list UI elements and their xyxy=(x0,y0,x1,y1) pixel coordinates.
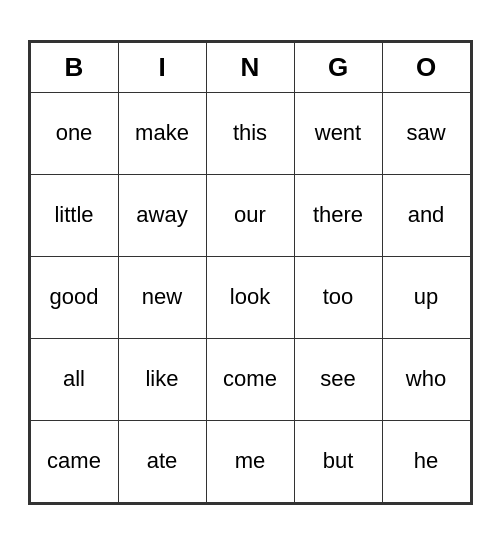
table-cell: one xyxy=(30,92,118,174)
table-row: littleawayourthereand xyxy=(30,174,470,256)
table-cell: came xyxy=(30,420,118,502)
table-cell: look xyxy=(206,256,294,338)
table-cell: too xyxy=(294,256,382,338)
table-cell: our xyxy=(206,174,294,256)
table-cell: up xyxy=(382,256,470,338)
table-cell: this xyxy=(206,92,294,174)
table-cell: good xyxy=(30,256,118,338)
header-o: O xyxy=(382,42,470,92)
table-row: onemakethiswentsaw xyxy=(30,92,470,174)
table-cell: me xyxy=(206,420,294,502)
table-cell: away xyxy=(118,174,206,256)
table-cell: saw xyxy=(382,92,470,174)
table-cell: make xyxy=(118,92,206,174)
table-cell: went xyxy=(294,92,382,174)
table-row: alllikecomeseewho xyxy=(30,338,470,420)
header-n: N xyxy=(206,42,294,92)
bingo-card: B I N G O onemakethiswentsawlittleawayou… xyxy=(28,40,473,505)
table-cell: he xyxy=(382,420,470,502)
header-i: I xyxy=(118,42,206,92)
table-cell: ate xyxy=(118,420,206,502)
header-row: B I N G O xyxy=(30,42,470,92)
header-g: G xyxy=(294,42,382,92)
table-cell: like xyxy=(118,338,206,420)
table-cell: and xyxy=(382,174,470,256)
header-b: B xyxy=(30,42,118,92)
table-cell: see xyxy=(294,338,382,420)
table-row: cameatemebuthe xyxy=(30,420,470,502)
table-cell: there xyxy=(294,174,382,256)
table-cell: who xyxy=(382,338,470,420)
table-row: goodnewlooktooup xyxy=(30,256,470,338)
table-cell: all xyxy=(30,338,118,420)
table-cell: new xyxy=(118,256,206,338)
table-cell: but xyxy=(294,420,382,502)
bingo-body: onemakethiswentsawlittleawayourthereandg… xyxy=(30,92,470,502)
table-cell: little xyxy=(30,174,118,256)
bingo-table: B I N G O onemakethiswentsawlittleawayou… xyxy=(30,42,471,503)
table-cell: come xyxy=(206,338,294,420)
